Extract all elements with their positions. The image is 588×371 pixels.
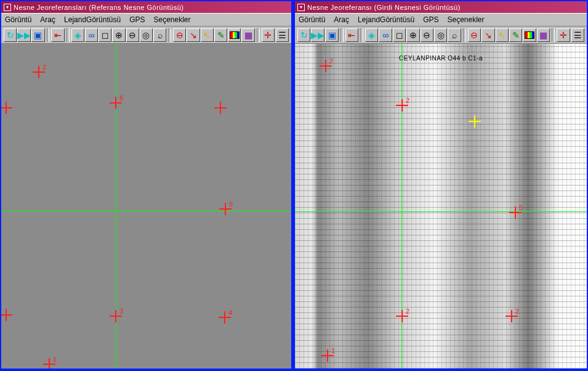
separator: [66, 28, 70, 42]
fastfwd-icon: ▶▶: [17, 31, 31, 39]
control-point: [1, 309, 12, 321]
titlebar-right[interactable]: ▾ Nesne Jeoreferansı (Girdi Nesnesi Görü…: [295, 1, 587, 13]
link-icon: ∞: [382, 31, 389, 39]
square-button[interactable]: ◻: [393, 28, 406, 42]
refresh-icon: ↻: [300, 31, 308, 39]
zoombox-button[interactable]: ⌕: [153, 28, 166, 42]
target-button[interactable]: ✛: [262, 28, 275, 42]
separator: [552, 28, 555, 42]
sysmenu-icon[interactable]: ▾: [4, 4, 11, 11]
tools-icon: ☰: [574, 31, 582, 39]
tools-button[interactable]: ☰: [276, 28, 289, 42]
grid-button[interactable]: ▦: [537, 28, 550, 42]
refresh-icon: ↻: [7, 31, 14, 39]
redzoom-button[interactable]: ⊖: [173, 28, 186, 42]
fit-button[interactable]: ◎: [140, 28, 153, 42]
separator: [340, 28, 344, 42]
cursor-button[interactable]: ↖: [201, 28, 214, 42]
back-icon: ⇤: [54, 31, 62, 39]
sysmenu-icon[interactable]: ▾: [297, 4, 305, 11]
target-icon: ✛: [560, 31, 567, 39]
back-icon: ⇤: [348, 31, 355, 39]
crosshair-vertical: [116, 44, 116, 369]
redzoom-button[interactable]: ⊖: [468, 28, 481, 42]
diag-button[interactable]: ↘: [187, 28, 199, 42]
frame-button[interactable]: ▣: [325, 28, 338, 42]
zoomin-icon: ⊕: [409, 31, 417, 39]
control-point-2: 2: [33, 66, 45, 78]
pencil-button[interactable]: ✎: [509, 28, 522, 42]
tools-button[interactable]: ☰: [571, 28, 584, 42]
fastforward-button[interactable]: ▶▶: [17, 28, 31, 42]
diamond-button[interactable]: ◈: [71, 28, 84, 42]
palette-button[interactable]: [523, 28, 536, 42]
cursor-button[interactable]: ↖: [496, 28, 509, 42]
zoomin-button[interactable]: ⊕: [112, 28, 125, 42]
palette-icon: [525, 31, 534, 39]
left-panel: ▾ Nesne Jeoreferansları (Referans Nesne …: [0, 0, 292, 370]
fastfwd-icon: ▶▶: [311, 31, 324, 39]
zoombox-button[interactable]: ⌕: [448, 28, 461, 42]
square-icon: ◻: [102, 31, 109, 39]
target-button[interactable]: ✛: [557, 28, 570, 42]
separator: [47, 28, 50, 42]
frame-button[interactable]: ▣: [31, 28, 44, 42]
crosshair-horizontal: [295, 211, 587, 212]
square-icon: ◻: [396, 31, 403, 39]
map-raster: [295, 44, 587, 369]
pencil-icon: ✎: [512, 31, 520, 39]
zoomout-button[interactable]: ⊖: [421, 28, 433, 42]
menu-view[interactable]: Görüntü: [5, 15, 31, 24]
toolbar-right: ↻ ▶▶ ▣ ⇤ ◈ ∞ ◻ ⊕ ⊖ ◎ ⌕ ⊖ ↘ ↖ ✎ ▦ ✛ ☰: [295, 26, 587, 44]
cursor-icon: ↖: [203, 31, 211, 39]
menubar-right: Görüntü Araç LejandGörüntüsü GPS Seçenek…: [295, 13, 587, 26]
zoomin-icon: ⊕: [115, 31, 123, 39]
diamond-button[interactable]: ◈: [365, 28, 378, 42]
back-button[interactable]: ⇤: [51, 28, 64, 42]
reference-canvas[interactable]: 2 6 5 3 4 1: [1, 44, 291, 369]
pencil-icon: ✎: [217, 31, 225, 39]
link-button[interactable]: ∞: [85, 28, 98, 42]
menu-gps[interactable]: GPS: [423, 15, 438, 24]
menu-tool[interactable]: Araç: [40, 15, 55, 24]
fit-button[interactable]: ◎: [434, 28, 447, 42]
zoomin-button[interactable]: ⊕: [406, 28, 419, 42]
pencil-button[interactable]: ✎: [214, 28, 227, 42]
menu-options[interactable]: Seçenekler: [153, 15, 190, 24]
refresh-button[interactable]: ↻: [297, 28, 310, 42]
zoombox-icon: ⌕: [452, 31, 457, 39]
redzoom-icon: ⊖: [470, 31, 478, 39]
control-point-5: 5: [219, 203, 232, 215]
toolbar-left: ↻ ▶▶ ▣ ⇤ ◈ ∞ ◻ ⊕ ⊖ ◎ ⌕ ⊖ ↘ ↖ ✎ ▦ ✛ ☰: [1, 26, 291, 44]
zoomout-button[interactable]: ⊖: [126, 28, 139, 42]
fastforward-button[interactable]: ▶▶: [311, 28, 324, 42]
redzoom-icon: ⊖: [176, 31, 183, 39]
square-button[interactable]: ◻: [99, 28, 111, 42]
diag-button[interactable]: ↘: [481, 28, 494, 42]
diag-icon: ↘: [190, 31, 197, 39]
menu-gps[interactable]: GPS: [129, 15, 145, 24]
window-title: Nesne Jeoreferansı (Girdi Nesnesi Görünt…: [307, 4, 461, 11]
frame-icon: ▣: [34, 31, 42, 39]
control-point: [1, 102, 12, 114]
input-canvas[interactable]: CEYLANPINAR O44 b C1-a 2 2 5 2 2 1: [295, 44, 587, 369]
palette-button[interactable]: [228, 28, 241, 42]
zoombox-icon: ⌕: [158, 31, 163, 39]
menu-legend[interactable]: LejandGörüntüsü: [358, 15, 414, 24]
refresh-button[interactable]: ↻: [4, 28, 17, 42]
menu-options[interactable]: Seçenekler: [447, 15, 484, 24]
menu-view[interactable]: Görüntü: [299, 15, 325, 24]
frame-icon: ▣: [328, 31, 336, 39]
zoomout-icon: ⊖: [129, 31, 136, 39]
back-button[interactable]: ⇤: [345, 28, 358, 42]
separator: [360, 28, 363, 42]
separator: [168, 28, 171, 42]
menu-tool[interactable]: Araç: [334, 15, 349, 24]
link-button[interactable]: ∞: [379, 28, 392, 42]
grid-icon: ▦: [244, 31, 252, 39]
diamond-icon: ◈: [368, 31, 375, 39]
titlebar-left[interactable]: ▾ Nesne Jeoreferansları (Referans Nesne …: [1, 1, 291, 13]
grid-button[interactable]: ▦: [241, 28, 254, 42]
menu-legend[interactable]: LejandGörüntüsü: [64, 15, 121, 24]
control-point-1: 1: [43, 358, 55, 369]
